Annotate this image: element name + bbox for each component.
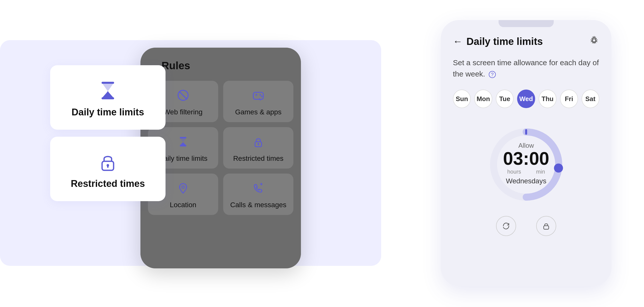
info-icon: ?: [489, 71, 496, 78]
location-icon: [177, 182, 190, 197]
detail-header: ← Daily time limits: [453, 35, 599, 48]
svg-rect-13: [180, 137, 186, 138]
detail-back-arrow[interactable]: ←: [453, 36, 462, 47]
day-sat[interactable]: Sat: [582, 90, 599, 108]
web-filtering-label: Web filtering: [164, 108, 202, 116]
min-label: min: [536, 169, 545, 175]
phone-notch: [499, 20, 554, 27]
calls-messages-label: Calls & messages: [230, 201, 286, 209]
hourglass-small-icon: [177, 135, 190, 151]
restricted-times-label: Restricted times: [71, 178, 145, 189]
location-label: Location: [170, 201, 196, 209]
svg-rect-14: [180, 145, 186, 146]
settings-gear-icon[interactable]: [589, 35, 599, 48]
detail-inner: ← Daily time limits Set a screen time al…: [441, 27, 611, 246]
day-sun[interactable]: Sun: [453, 90, 471, 108]
hours-label: hours: [507, 169, 521, 175]
svg-point-25: [554, 164, 563, 173]
games-icon: [252, 89, 265, 105]
hourglass-icon: [97, 79, 119, 102]
detail-phone: ← Daily time limits Set a screen time al…: [441, 20, 611, 286]
svg-point-9: [260, 94, 261, 96]
daily-time-limits-label: Daily time limits: [71, 107, 144, 118]
restricted-times-rule-label: Restricted times: [233, 155, 284, 163]
rule-item-restricted-times[interactable]: Restricted times: [223, 127, 293, 169]
lock-icon: [97, 151, 119, 173]
reset-button[interactable]: [496, 216, 516, 236]
svg-rect-26: [544, 226, 549, 229]
detail-subtitle: Set a screen time allowance for each day…: [453, 57, 599, 80]
day-fri[interactable]: Fri: [560, 90, 578, 108]
day-thu[interactable]: Thu: [539, 90, 556, 108]
rules-title: Rules: [162, 60, 190, 72]
no-icon: [177, 89, 190, 105]
rules-grid: Web filtering Games & apps: [148, 81, 293, 215]
svg-rect-24: [525, 129, 527, 135]
dial-units: hours min: [503, 169, 549, 175]
card-container: Daily time limits Restricted times: [50, 65, 166, 201]
lock-action-button[interactable]: [536, 216, 556, 236]
scene: Daily time limits Restricted times ← Rul…: [0, 0, 644, 307]
time-display: 03:00: [503, 149, 549, 168]
svg-line-7: [179, 91, 187, 99]
day-mon[interactable]: Mon: [474, 90, 492, 108]
svg-rect-5: [107, 165, 109, 168]
lock-small-icon: [252, 135, 265, 151]
bottom-actions: [453, 216, 599, 236]
rule-item-games-apps[interactable]: Games & apps: [223, 81, 293, 122]
rules-header: ← Rules: [148, 60, 293, 72]
games-apps-label: Games & apps: [235, 108, 281, 116]
svg-rect-1: [102, 97, 114, 99]
rule-item-calls-messages[interactable]: Calls & messages: [223, 174, 293, 215]
dial-container[interactable]: Allow 03:00 hours min Wednesdays: [453, 121, 599, 206]
days-row: Sun Mon Tue Wed Thu Fri Sat: [453, 90, 599, 108]
day-wed[interactable]: Wed: [517, 90, 535, 108]
daily-time-label: Daily time limits: [159, 155, 207, 163]
svg-rect-0: [102, 82, 114, 84]
day-label: Wednesdays: [503, 177, 549, 185]
detail-title: Daily time limits: [466, 36, 589, 47]
daily-time-limits-card[interactable]: Daily time limits: [50, 65, 166, 130]
day-tue[interactable]: Tue: [496, 90, 514, 108]
calls-icon: [252, 182, 265, 197]
restricted-times-card[interactable]: Restricted times: [50, 137, 166, 201]
svg-point-18: [182, 186, 184, 188]
svg-point-10: [261, 96, 263, 97]
svg-rect-17: [258, 144, 259, 145]
dial-center: Allow 03:00 hours min Wednesdays: [503, 142, 549, 185]
